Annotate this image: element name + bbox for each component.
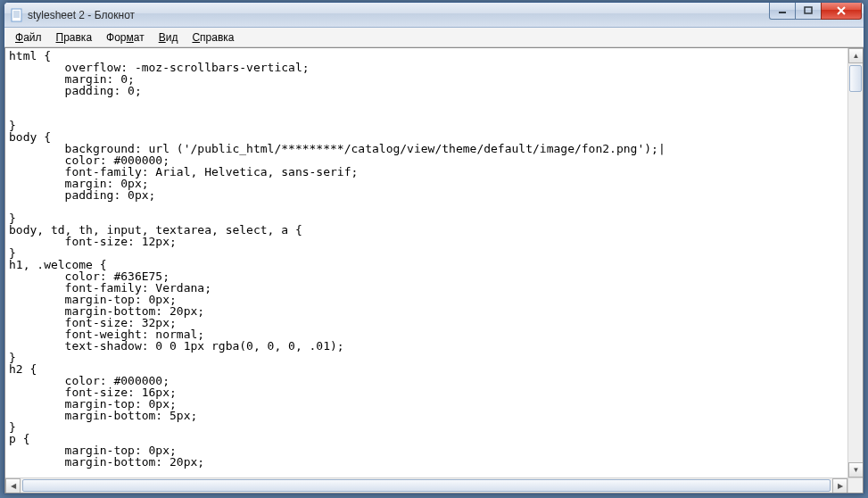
menu-bar: Файл Правка Формат Вид Справка <box>4 28 864 47</box>
notepad-window: stylesheet 2 - Блокнот Файл Правка Форма… <box>4 2 864 494</box>
scroll-right-button[interactable]: ▶ <box>832 478 847 494</box>
arrow-left-icon: ◀ <box>11 483 16 490</box>
svg-rect-5 <box>779 12 786 13</box>
horizontal-scrollbar[interactable]: ◀ ▶ <box>5 477 847 493</box>
client-area: html { overflow: -moz-scrollbars-vertica… <box>4 47 864 494</box>
app-icon <box>10 8 24 22</box>
window-title: stylesheet 2 - Блокнот <box>28 9 135 21</box>
text-editor[interactable]: html { overflow: -moz-scrollbars-vertica… <box>5 48 847 477</box>
maximize-button[interactable] <box>795 2 822 20</box>
scrollbar-corner <box>847 477 863 493</box>
arrow-right-icon: ▶ <box>838 483 843 490</box>
vertical-scrollbar[interactable]: ▲ ▼ <box>847 48 863 477</box>
scroll-left-button[interactable]: ◀ <box>5 478 21 494</box>
vertical-scroll-track[interactable] <box>848 63 863 462</box>
menu-help[interactable]: Справка <box>185 29 241 46</box>
editor-content[interactable]: html { overflow: -moz-scrollbars-vertica… <box>9 50 844 468</box>
vertical-scroll-thumb[interactable] <box>849 65 862 92</box>
close-button[interactable] <box>821 2 862 20</box>
menu-view[interactable]: Вид <box>152 29 186 46</box>
menu-format[interactable]: Формат <box>99 29 152 46</box>
svg-rect-6 <box>805 7 812 13</box>
arrow-up-icon: ▲ <box>853 53 860 60</box>
menu-file[interactable]: Файл <box>8 29 49 46</box>
scroll-up-button[interactable]: ▲ <box>848 48 864 63</box>
menu-edit[interactable]: Правка <box>49 29 100 46</box>
title-bar[interactable]: stylesheet 2 - Блокнот <box>4 3 864 28</box>
scroll-down-button[interactable]: ▼ <box>848 462 864 477</box>
horizontal-scroll-thumb[interactable] <box>22 479 831 492</box>
horizontal-scroll-track[interactable] <box>21 478 832 493</box>
arrow-down-icon: ▼ <box>853 467 860 474</box>
window-controls <box>770 2 862 20</box>
minimize-button[interactable] <box>769 2 796 20</box>
